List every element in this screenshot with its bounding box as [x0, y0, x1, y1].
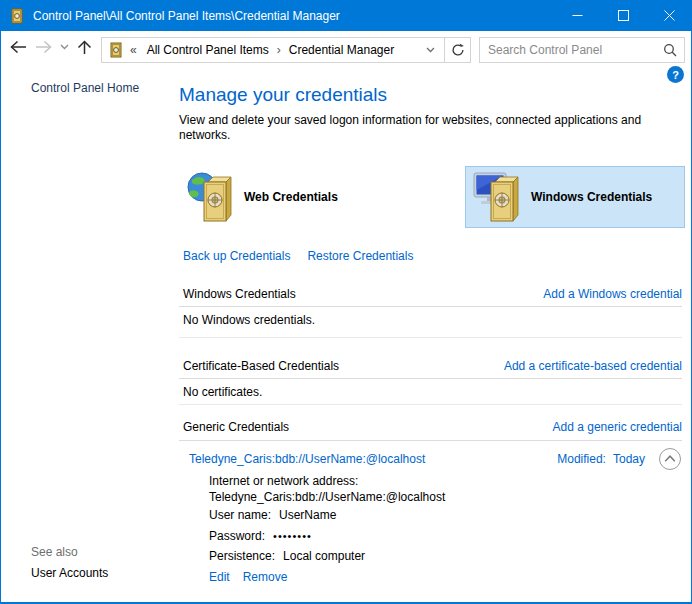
recent-pages-dropdown[interactable] [60, 44, 69, 50]
section-divider [179, 404, 682, 405]
back-button[interactable] [9, 40, 28, 54]
up-arrow-icon [77, 40, 92, 55]
username-value: UserName [279, 508, 336, 522]
credential-link-row: Edit Remove [209, 570, 287, 584]
forward-arrow-icon [34, 40, 53, 54]
breadcrumb-all-control-panel-items[interactable]: All Control Panel Items [145, 43, 271, 57]
chevron-down-icon [60, 44, 69, 50]
windows-credentials-label: Windows Credentials [531, 190, 652, 204]
credential-name-link[interactable]: Teledyne_Caris:bdb://UserName:@localhost [189, 452, 425, 466]
up-button[interactable] [77, 40, 92, 55]
certificate-credentials-section-header: Certificate-Based Credentials Add a cert… [183, 359, 682, 373]
add-windows-credential-link[interactable]: Add a Windows credential [543, 287, 682, 301]
section-divider [179, 306, 682, 307]
password-row: Password:•••••••• [209, 529, 312, 543]
section-divider [179, 440, 682, 441]
refresh-button[interactable] [444, 38, 470, 62]
see-also-label: See also [31, 545, 78, 559]
address-control-panel-icon [108, 42, 124, 58]
persistence-row: Persistence:Local computer [209, 549, 365, 563]
address-history-dropdown[interactable] [417, 38, 444, 62]
sidebar-item-control-panel-home[interactable]: Control Panel Home [31, 81, 139, 95]
section-divider [179, 378, 682, 379]
minimize-button[interactable] [554, 0, 600, 31]
no-windows-credentials-text: No Windows credentials. [183, 313, 315, 327]
window-title: Control Panel\All Control Panel Items\Cr… [33, 9, 340, 23]
modified-label: Modified: [557, 452, 606, 466]
collapse-credential-button[interactable] [658, 447, 682, 471]
address-label: Internet or network address: [209, 474, 358, 488]
section-title: Certificate-Based Credentials [183, 359, 339, 373]
maximize-button[interactable] [600, 0, 646, 31]
section-title: Windows Credentials [183, 287, 296, 301]
page-description: View and delete your saved logon informa… [179, 113, 679, 143]
restore-credentials-link[interactable]: Restore Credentials [307, 249, 413, 263]
search-box [479, 37, 685, 63]
close-button[interactable] [646, 0, 692, 31]
windows-credentials-icon [473, 170, 523, 224]
window-controls [554, 0, 692, 31]
section-title: Generic Credentials [183, 420, 289, 434]
help-button[interactable]: ? [667, 66, 684, 83]
sidebar-item-user-accounts[interactable]: User Accounts [31, 566, 108, 580]
maximize-icon [618, 10, 629, 21]
search-icon[interactable] [663, 43, 677, 57]
remove-credential-link[interactable]: Remove [243, 570, 288, 584]
windows-credentials-section-header: Windows Credentials Add a Windows creden… [183, 287, 682, 301]
credential-row: Teledyne_Caris:bdb://UserName:@localhost… [189, 447, 682, 471]
modified-value: Today [613, 452, 645, 466]
add-generic-credential-link[interactable]: Add a generic credential [553, 420, 682, 434]
persistence-label: Persistence: [209, 549, 275, 563]
username-row: User name:UserName [209, 508, 336, 522]
title-bar: Control Panel\All Control Panel Items\Cr… [0, 0, 692, 31]
breadcrumb-separator-icon: › [271, 43, 287, 57]
backup-credentials-link[interactable]: Back up Credentials [183, 249, 290, 263]
edit-credential-link[interactable]: Edit [209, 570, 230, 584]
chevron-down-icon [426, 47, 435, 53]
minimize-icon [572, 10, 583, 21]
search-input[interactable] [480, 43, 663, 57]
username-label: User name: [209, 508, 271, 522]
generic-credentials-section-header: Generic Credentials Add a generic creden… [183, 420, 682, 434]
breadcrumb-credential-manager[interactable]: Credential Manager [287, 43, 396, 57]
windows-credentials-tile[interactable]: Windows Credentials [465, 166, 685, 228]
control-panel-safe-icon [9, 8, 25, 24]
forward-button[interactable] [34, 40, 53, 54]
credential-actions: Back up Credentials Restore Credentials [183, 249, 430, 263]
web-credentials-icon [186, 170, 236, 224]
web-credentials-tile[interactable]: Web Credentials [179, 166, 423, 228]
credential-manager-window: Control Panel\All Control Panel Items\Cr… [0, 0, 692, 604]
password-value: •••••••• [273, 530, 312, 542]
password-label: Password: [209, 529, 265, 543]
page-title: Manage your credentials [179, 84, 387, 106]
breadcrumb-collapse-chevrons[interactable]: « [130, 43, 137, 57]
section-divider [179, 337, 682, 338]
refresh-icon [451, 43, 465, 57]
close-icon [664, 10, 675, 21]
address-value: Teledyne_Caris:bdb://UserName:@localhost [209, 490, 445, 504]
web-credentials-label: Web Credentials [244, 190, 338, 204]
no-certificates-text: No certificates. [183, 385, 262, 399]
back-arrow-icon [9, 40, 28, 54]
add-certificate-credential-link[interactable]: Add a certificate-based credential [504, 359, 682, 373]
address-bar[interactable]: « All Control Panel Items › Credential M… [101, 37, 471, 63]
persistence-value: Local computer [283, 549, 365, 563]
